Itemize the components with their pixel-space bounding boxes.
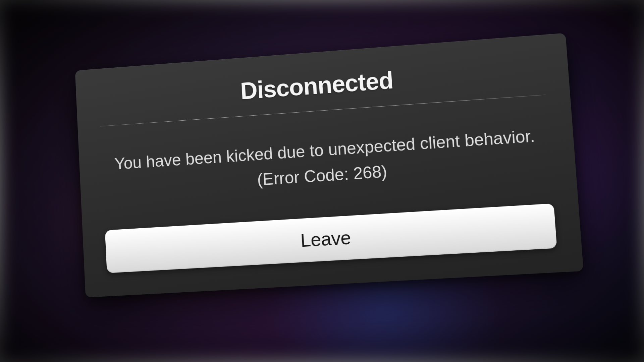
leave-button[interactable]: Leave [105,203,557,273]
disconnect-dialog: Disconnected You have been kicked due to… [75,33,584,298]
dialog-title: Disconnected [98,55,545,115]
